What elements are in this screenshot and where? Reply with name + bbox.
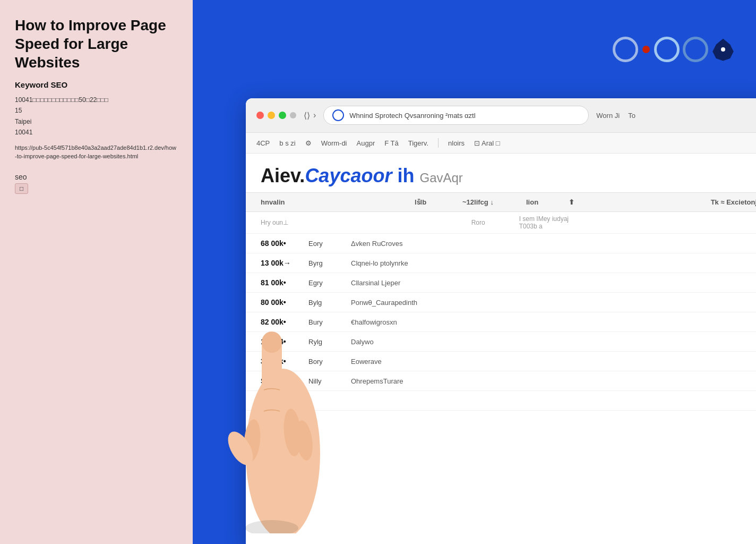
title-part3: ih bbox=[397, 165, 414, 186]
row4-extra: Ponwθ_Caurapedinth bbox=[351, 299, 756, 307]
toolbar-item-2[interactable]: ⚙ bbox=[305, 139, 312, 147]
traffic-light-minimize[interactable] bbox=[268, 112, 275, 119]
sidebar: How to Improve Page Speed for Large Webs… bbox=[0, 0, 193, 544]
sidebar-meta: 10041□□□□□□□□□□□□50□22□□□ 15 Taipei 1004… bbox=[15, 95, 178, 138]
title-part2: Caycaoor bbox=[305, 165, 392, 186]
sidebar-tag: seo □ bbox=[15, 173, 178, 194]
row8-extra: OhrepemsTurare bbox=[351, 377, 756, 385]
table-row: 81 00k• Egry Cllarsinal Ljeper bbox=[246, 273, 756, 293]
row3-extra: Cllarsinal Ljeper bbox=[351, 279, 756, 287]
browser-chrome: ⟨⟩ › Whnind Sprotech Qvsanroning ²mats α… bbox=[246, 98, 756, 133]
row8-intent: Nilly bbox=[308, 377, 351, 385]
col-header-volume: ls̄lb bbox=[415, 198, 462, 206]
col-header-sort: ⬆ bbox=[569, 198, 595, 206]
col-header-intent: lion bbox=[526, 198, 569, 206]
row2-volume: 13 00k→ bbox=[261, 259, 308, 267]
title-subtitle: GavAqr bbox=[419, 171, 462, 185]
title-part1: Aiev. bbox=[261, 165, 305, 186]
col-header-keyword: hnvalin bbox=[261, 198, 415, 206]
row3-volume: 81 00k• bbox=[261, 278, 308, 287]
row1-intent: Eory bbox=[308, 240, 351, 248]
top-icons bbox=[613, 37, 735, 62]
row5-intent: Bury bbox=[308, 318, 351, 326]
table-row: 13 00k→ Byrg Clqnei-lo ptolynrke bbox=[246, 253, 756, 273]
sub-hdr-volume: Roro bbox=[471, 219, 519, 226]
toolbar-item-7[interactable]: nloirs bbox=[448, 139, 465, 147]
row6-volume: 17 004• bbox=[261, 337, 308, 346]
row8-volume: S0 00k• bbox=[261, 377, 308, 385]
sidebar-keyword: Keyword SEO bbox=[15, 80, 178, 89]
browser-tabs-right: Worn Ji To bbox=[596, 112, 635, 120]
icon-dot-red bbox=[642, 46, 650, 53]
main-area: ⟨⟩ › Whnind Sprotech Qvsanroning ²mats α… bbox=[193, 0, 756, 544]
row3-intent: Egry bbox=[308, 279, 351, 287]
row4-intent: Bylg bbox=[308, 299, 351, 307]
toolbar-item-8[interactable]: ⊡ Aral □ bbox=[474, 139, 500, 147]
browser-nav: ⟨⟩ › bbox=[304, 110, 316, 121]
data-table: hnvalin ls̄lb ~12lifcg ↓ lion ⬆ Tk ≈ Exc… bbox=[246, 192, 756, 411]
row6-intent: Rylg bbox=[308, 338, 351, 346]
sidebar-title: How to Improve Page Speed for Large Webs… bbox=[15, 16, 178, 72]
nav-back-icon[interactable]: ⟨⟩ bbox=[304, 110, 310, 121]
icon-o2 bbox=[683, 37, 708, 62]
traffic-lights bbox=[256, 112, 296, 119]
row1-extra: Δvken RuCroves bbox=[351, 240, 756, 248]
address-text: Whnind Sprotech Qvsanroning ²mats αztl bbox=[349, 112, 475, 120]
tab-item-2[interactable]: To bbox=[628, 112, 635, 120]
table-sub-header: Hry oun⊥ Roro I sem IMey iudyaj T003b a bbox=[246, 212, 756, 234]
main-top-header bbox=[193, 0, 756, 98]
traffic-light-extra bbox=[290, 112, 296, 118]
toolbar-item-1[interactable]: b s zi bbox=[279, 139, 295, 147]
table-row: 17 004• Rylg Dalywo bbox=[246, 332, 756, 352]
browser-page-title: Aiev.Caycaoor ih GavAqr bbox=[261, 164, 756, 187]
row5-volume: 82 00k• bbox=[261, 318, 308, 326]
table-row: 82 00k• Bury €halfowigrosxn bbox=[246, 312, 756, 332]
nav-forward-icon[interactable]: › bbox=[313, 110, 316, 120]
traffic-light-maximize[interactable] bbox=[279, 112, 286, 119]
row7-intent: Bory bbox=[308, 358, 351, 366]
row5-extra: €halfowigrosxn bbox=[351, 318, 756, 326]
sidebar-tag-box: □ bbox=[15, 183, 28, 194]
table-row: 68 00k• Eory Δvken RuCroves bbox=[246, 234, 756, 253]
row9-volume: 8F 00k• bbox=[261, 396, 308, 405]
toolbar-item-4[interactable]: Augpr bbox=[357, 139, 375, 147]
table-row: S0 00k• Nilly OhrepemsTurare bbox=[246, 371, 756, 391]
row7-extra: Eowerave bbox=[351, 358, 756, 366]
table-header: hnvalin ls̄lb ~12lifcg ↓ lion ⬆ Tk ≈ Exc… bbox=[246, 192, 756, 212]
browser-window: ⟨⟩ › Whnind Sprotech Qvsanroning ²mats α… bbox=[246, 98, 756, 544]
row2-extra: Clqnei-lo ptolynrke bbox=[351, 259, 756, 267]
row2-intent: Byrg bbox=[308, 259, 351, 267]
row7-volume: 32 00k• bbox=[261, 357, 308, 366]
browser-content[interactable]: Aiev.Caycaoor ih GavAqr hnvalin ls̄lb ~1… bbox=[246, 154, 756, 544]
icon-leaf bbox=[711, 38, 735, 61]
table-row: 80 00k• Bylg Ponwθ_Caurapedinth bbox=[246, 293, 756, 312]
toolbar-item-3[interactable]: Worm-di bbox=[321, 139, 347, 147]
row6-extra: Dalywo bbox=[351, 338, 756, 346]
browser-toolbar: 4CP b s zi ⚙ Worm-di Augpr F Tā Tigerv. … bbox=[246, 133, 756, 154]
row4-volume: 80 00k• bbox=[261, 298, 308, 307]
page-header: Aiev.Caycaoor ih GavAqr bbox=[246, 154, 756, 192]
address-bar[interactable]: Whnind Sprotech Qvsanroning ²mats αztl bbox=[323, 106, 589, 125]
traffic-light-close[interactable] bbox=[256, 112, 264, 119]
tab-item-1[interactable]: Worn Ji bbox=[596, 112, 620, 120]
col-header-trend: ~12lifcg ↓ bbox=[462, 198, 526, 206]
sub-hdr-keyword: Hry oun⊥ bbox=[261, 219, 471, 226]
sub-hdr-trend: I sem IMey iudyaj T003b a bbox=[519, 215, 583, 230]
icon-o1 bbox=[654, 37, 680, 62]
icon-c bbox=[613, 37, 638, 62]
toolbar-item-0[interactable]: 4CP bbox=[256, 139, 270, 147]
toolbar-item-6[interactable]: Tigerv. bbox=[408, 139, 428, 147]
row1-volume: 68 00k• bbox=[261, 239, 308, 248]
table-row: 8F 00k• bbox=[246, 391, 756, 411]
col-header-actions: Tk ≈ Excietonj bbox=[672, 198, 756, 206]
toolbar-divider bbox=[438, 138, 439, 148]
sidebar-url: https://pub-5c454f571b8e40a3a2aad27ade84… bbox=[15, 143, 178, 161]
browser-refresh-icon bbox=[332, 109, 344, 121]
table-row: 32 00k• Bory Eowerave bbox=[246, 352, 756, 371]
toolbar-item-5[interactable]: F Tā bbox=[384, 139, 399, 147]
